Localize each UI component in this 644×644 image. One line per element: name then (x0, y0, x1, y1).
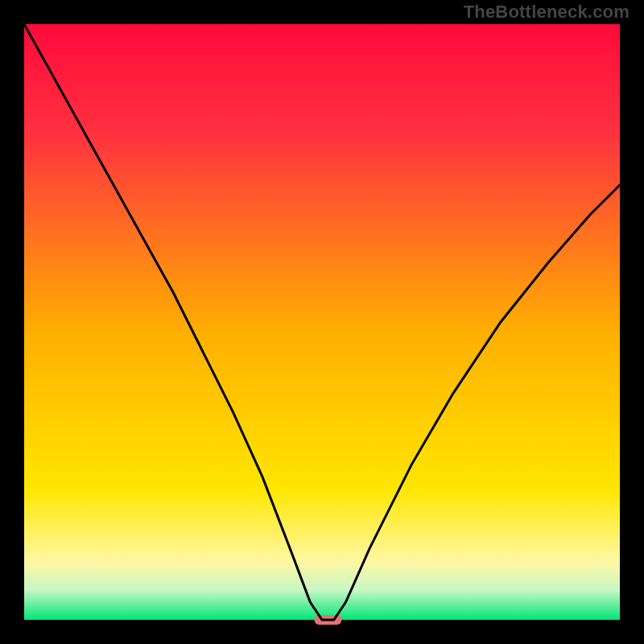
watermark-text: TheBottleneck.com (464, 2, 630, 23)
bottleneck-chart (0, 0, 644, 644)
plot-background (24, 24, 620, 620)
chart-frame: TheBottleneck.com (0, 0, 644, 644)
